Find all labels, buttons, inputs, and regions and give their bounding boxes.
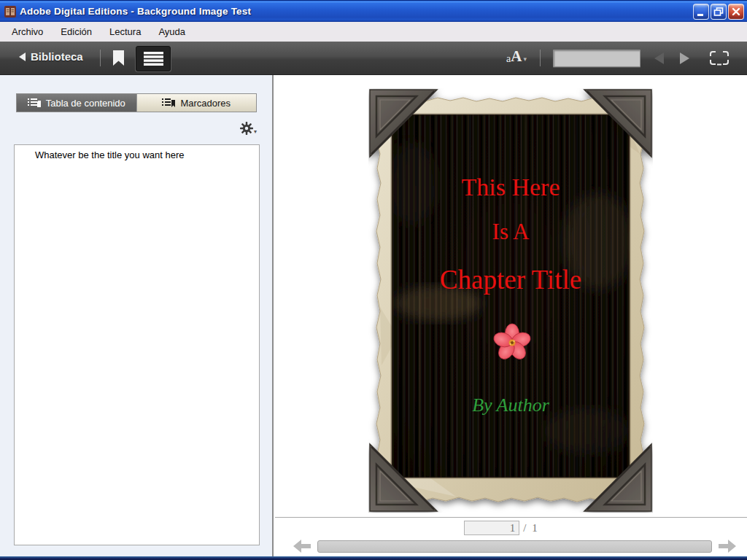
chapter-title-line1: This Here xyxy=(395,174,627,201)
total-pages: 1 xyxy=(532,522,539,534)
library-label: Biblioteca xyxy=(31,50,83,63)
toc-options-row: ▾ xyxy=(0,122,257,135)
page-scroll-row xyxy=(274,537,747,556)
tab-marcadores[interactable]: Marcadores xyxy=(136,94,257,112)
book-page: This Here Is A Chapter Title By Author xyxy=(368,88,653,513)
toolbar-separator xyxy=(540,50,541,66)
page-total-label: / 1 xyxy=(523,522,538,534)
menu-edicion[interactable]: Edición xyxy=(52,23,101,40)
toolbar-separator xyxy=(100,50,101,66)
options-gear-button[interactable]: ▾ xyxy=(240,122,257,135)
page-number-input[interactable] xyxy=(464,521,519,535)
sidebar: Tabla de contenido Marcadores xyxy=(0,75,272,560)
book-author: By Author xyxy=(395,395,627,416)
chapter-title-line3: Chapter Title xyxy=(395,265,627,295)
app-icon xyxy=(4,6,16,18)
page-indicator: / 1 xyxy=(265,518,738,537)
close-button[interactable] xyxy=(728,4,744,20)
window-title: Adobe Digital Editions - Background Imag… xyxy=(20,6,251,17)
chevron-down-icon: ▾ xyxy=(523,56,527,64)
close-icon xyxy=(731,7,741,17)
scroll-left-button[interactable] xyxy=(293,539,311,556)
sidebar-tabs: Tabla de contenido Marcadores xyxy=(16,93,257,112)
previous-page-button[interactable] xyxy=(654,52,664,64)
search-input[interactable] xyxy=(553,50,640,67)
main-area: Tabla de contenido Marcadores xyxy=(0,75,747,560)
gear-icon xyxy=(240,122,253,135)
pagination-divider xyxy=(275,517,747,518)
window-bottom-border xyxy=(0,556,747,560)
right-block-arrow-icon xyxy=(718,539,737,553)
menu-archivo[interactable]: Archivo xyxy=(3,23,52,40)
title-bar[interactable]: Adobe Digital Editions - Background Imag… xyxy=(0,0,747,22)
page-scrollbar[interactable] xyxy=(317,540,712,553)
chapter-title-line2: Is A xyxy=(395,219,627,244)
menu-lectura[interactable]: Lectura xyxy=(101,23,150,40)
restore-icon xyxy=(713,7,724,17)
font-size-big-label: A xyxy=(511,49,522,64)
screen-frame-icon xyxy=(709,50,729,66)
bookmark-button[interactable] xyxy=(113,50,124,69)
toc-list-icon xyxy=(28,98,41,108)
menu-ayuda[interactable]: Ayuda xyxy=(150,23,194,40)
bookmark-list-icon xyxy=(162,98,175,108)
tab-label: Marcadores xyxy=(180,98,231,109)
toc-panel[interactable]: Whatever be the title you want here xyxy=(14,144,260,545)
toolbar: Biblioteca aA▾ xyxy=(0,42,747,75)
book-cover-art xyxy=(368,88,653,513)
next-page-button[interactable] xyxy=(680,52,689,64)
tab-tabla-de-contenido[interactable]: Tabla de contenido xyxy=(17,94,136,112)
page-separator: / xyxy=(523,522,527,534)
window-controls xyxy=(693,4,747,20)
list-lines-icon xyxy=(144,52,163,66)
font-size-button[interactable]: aA▾ xyxy=(506,49,527,64)
scroll-right-button[interactable] xyxy=(718,539,737,556)
reading-area: This Here Is A Chapter Title By Author /… xyxy=(274,75,747,560)
menu-bar: Archivo Edición Lectura Ayuda xyxy=(0,22,747,42)
chevron-down-icon: ▾ xyxy=(254,128,257,135)
toc-item[interactable]: Whatever be the title you want here xyxy=(15,145,259,160)
fullscreen-button[interactable] xyxy=(709,50,729,69)
library-back-button[interactable]: Biblioteca xyxy=(19,50,83,63)
left-block-arrow-icon xyxy=(293,539,311,553)
minimize-icon xyxy=(696,7,706,17)
tab-label: Tabla de contenido xyxy=(46,98,125,109)
restore-button[interactable] xyxy=(711,4,727,20)
back-arrow-icon xyxy=(19,52,26,61)
app-window: Adobe Digital Editions - Background Imag… xyxy=(0,0,747,560)
bookmark-ribbon-icon xyxy=(113,50,124,66)
minimize-button[interactable] xyxy=(693,4,709,20)
toc-view-button[interactable] xyxy=(136,46,171,71)
